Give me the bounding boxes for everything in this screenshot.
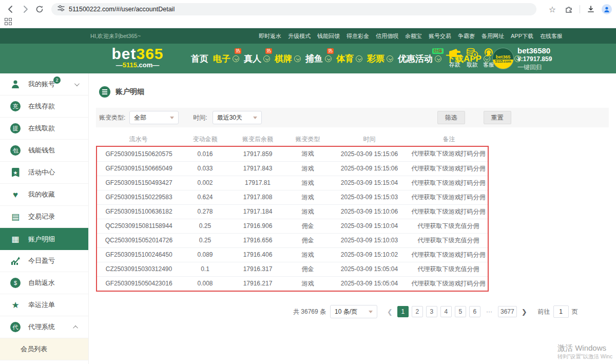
download-icon[interactable] [585, 4, 596, 15]
page-number[interactable]: 3677 [498, 306, 517, 317]
page-number[interactable]: 6 [469, 306, 480, 317]
sidebar-item-account-detail[interactable]: ▦账户明细 [0, 228, 88, 250]
deposit-button[interactable]: 存款 [448, 48, 461, 69]
cell-serial: GF25030915100636182 [97, 204, 181, 219]
sidebar-item-my-favorites[interactable]: ♥我的收藏 [0, 184, 88, 206]
nav-item-sports[interactable]: 体育 [336, 53, 362, 65]
topbar-link[interactable]: 在线客服 [540, 32, 563, 40]
sidebar-item-qian-neng-wallet[interactable]: 包钱能钱包 [0, 140, 88, 162]
topbar-link[interactable]: 信用借呗 [376, 32, 398, 40]
table-row: CZ250309150303124900.117916.317佣金2025-03… [97, 262, 488, 276]
toolbar-divider [580, 5, 580, 13]
filter-button[interactable]: 筛选 [437, 111, 465, 124]
cell-amount: 0.089 [181, 247, 229, 262]
welcome-text: HI,欢迎来到bet365~ [90, 32, 141, 40]
nav-item-chess[interactable]: 棋牌 [275, 53, 301, 65]
sidebar-item-online-deposit[interactable]: 充在线存款 [0, 95, 88, 118]
topbar-link[interactable]: 得意彩金 [346, 32, 369, 40]
page-number[interactable]: 1 [397, 306, 409, 317]
nav-item-lottery[interactable]: 彩票 [367, 53, 393, 65]
cell-balance: 17916.406 [229, 247, 286, 262]
topbar-link[interactable]: APP下载 [511, 32, 533, 40]
highlight-box: GF250309151506205750.01617917.859游戏2025-… [96, 146, 489, 292]
account-table: GF250309151506205750.01617917.859游戏2025-… [97, 147, 488, 291]
table-row: GF250309151506650490.03317917.843游戏2025-… [97, 161, 488, 176]
sidebar-item-my-account[interactable]: 我的账号2 [0, 73, 88, 95]
topbar-link[interactable]: 钱能回馈 [317, 32, 340, 40]
cell-time: 2025-03-09 15:10:03 [330, 233, 409, 247]
next-page-icon[interactable]: ❯ [520, 308, 529, 316]
browser-actions: ☆ [547, 4, 612, 15]
sidebar-item-lucky-bets[interactable]: ★幸运注单 [0, 294, 88, 316]
cell-time: 2025-03-09 15:10:06 [330, 204, 409, 219]
topbar-link[interactable]: 升级模式 [288, 32, 311, 40]
page-number[interactable]: 2 [412, 306, 423, 317]
nav-item-live[interactable]: 真人热 [244, 53, 270, 65]
sidebar: 我的账号2充在线存款提在线取款包钱能钱包★活动中心♥我的收藏▤交易记录▦账户明细… [0, 73, 89, 364]
sidebar-item-label: 幸运注单 [28, 300, 55, 310]
extensions-icon[interactable] [563, 4, 574, 15]
topbar-link[interactable]: 即时返水 [259, 32, 281, 40]
cell-balance: 17916.656 [229, 233, 286, 247]
apps-grid-icon[interactable] [5, 18, 12, 25]
nav-item-fishing[interactable]: 捕鱼热 [305, 53, 332, 65]
bookmarks-row [0, 16, 616, 27]
topbar-link[interactable]: 备用网址 [482, 32, 504, 40]
reset-button[interactable]: 重置 [484, 111, 511, 124]
browser-profile-icon[interactable] [602, 4, 612, 14]
one-click-return-button[interactable]: 一键回归 [517, 63, 552, 71]
nav-item-promotions[interactable]: 优惠活动劲爆 [398, 53, 441, 65]
bookmark-star-icon[interactable]: ☆ [547, 4, 558, 15]
cell-serial: CZ25030915030312490 [97, 262, 181, 276]
heart-icon: ♥ [9, 190, 22, 199]
time-filter-select[interactable]: 最近30天 [213, 111, 262, 124]
nav-label: 体育 [336, 53, 354, 65]
page-size-select[interactable]: 10 条/页 [330, 305, 377, 318]
page-number[interactable]: 4 [440, 306, 452, 317]
table-header: 流水号变动金额账变后余额账变类型时间备注 [96, 132, 489, 146]
prev-page-icon[interactable]: ❮ [386, 308, 394, 316]
page-number[interactable]: 5 [455, 306, 466, 317]
topbar-link[interactable]: 余额宝 [405, 32, 422, 40]
sidebar-item-today-profit[interactable]: 今日盈亏 [0, 250, 88, 272]
chevron-down-icon [294, 55, 301, 62]
cell-amount: 0.033 [181, 161, 229, 176]
page-number[interactable]: 3 [426, 306, 437, 317]
cell-balance: 17917.859 [229, 147, 286, 161]
table-icon: ▦ [9, 235, 22, 243]
goto-page-input[interactable] [553, 305, 569, 318]
sidebar-item-activity-center[interactable]: ★活动中心 [0, 162, 88, 184]
nav-item-slots[interactable]: 电子热 [213, 53, 239, 65]
column-header: 账变后余额 [229, 132, 286, 146]
site-logo[interactable]: bet365 —5115.com— [104, 46, 171, 69]
cell-remark: 代理获取下级充值分佣 [409, 233, 488, 247]
forward-icon[interactable] [20, 4, 31, 15]
sidebar-item-transaction-records[interactable]: ▤交易记录 [0, 206, 88, 228]
user-avatar[interactable]: bet365 5115.com [493, 48, 513, 69]
sidebar-item-self-rebate[interactable]: $自助返水 [0, 272, 88, 294]
topbar-link[interactable]: 争霸赛 [458, 32, 475, 40]
cell-amount: 0.016 [181, 147, 229, 161]
sidebar-item-online-withdraw[interactable]: 提在线取款 [0, 118, 88, 140]
nav-item-home[interactable]: 首页 [191, 53, 208, 65]
cell-remark: 代理获取下级游戏打码分佣 [409, 147, 488, 161]
sidebar-item-member-list[interactable]: 会员列表 [0, 338, 88, 360]
url-text[interactable]: 511500222.com/#/user/accountDetail [69, 6, 175, 13]
back-icon[interactable] [5, 4, 16, 15]
page-ellipsis: ··· [484, 306, 495, 317]
cell-remark: 代理获取下级游戏打码分佣 [409, 204, 488, 219]
reload-icon[interactable] [34, 4, 45, 15]
address-bar[interactable]: 511500222.com/#/user/accountDetail [51, 3, 536, 15]
goto-page: 前往 页 [538, 305, 578, 318]
cell-amount: 0.624 [181, 190, 229, 204]
table-row: QC250309150520147260.2517916.656佣金2025-0… [97, 233, 488, 247]
nav-label: 电子 [213, 53, 230, 65]
site-settings-icon[interactable] [57, 5, 65, 14]
topbar-link[interactable]: 账号交易 [429, 32, 451, 40]
withdraw-button[interactable]: ¥ 取款 [466, 48, 478, 69]
type-filter-select[interactable]: 全部 [129, 111, 179, 124]
nav-label: 捕鱼 [305, 53, 323, 65]
sidebar-item-agent-system[interactable]: 代代理系统 [0, 316, 88, 338]
sidebar-item-label: 今日盈亏 [28, 256, 55, 265]
withdraw-icon: 提 [9, 123, 22, 133]
